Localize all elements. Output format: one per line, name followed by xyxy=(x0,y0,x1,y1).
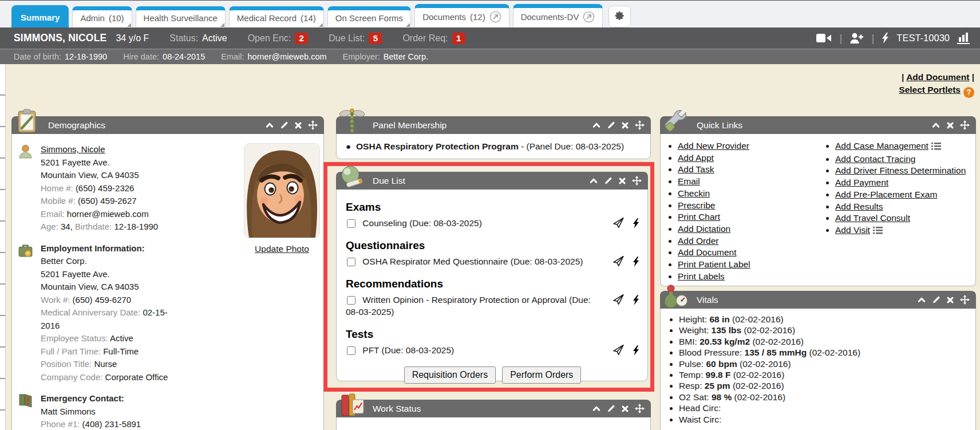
patient-photo[interactable] xyxy=(244,144,319,238)
link-add-payment[interactable]: Add Payment xyxy=(835,177,888,187)
link-print-labels[interactable]: Print Labels xyxy=(678,271,725,281)
dob-label: Date of birth: xyxy=(14,52,61,61)
due-item-checkbox[interactable] xyxy=(347,258,355,266)
perform-now-icon[interactable] xyxy=(633,218,639,228)
move-icon[interactable] xyxy=(632,176,642,186)
move-icon[interactable] xyxy=(960,295,970,305)
edit-icon[interactable] xyxy=(607,404,615,413)
link-add-visit[interactable]: Add Visit xyxy=(835,225,870,235)
link-add-document[interactable]: Add Document xyxy=(678,247,737,257)
portlet-header[interactable]: Due List xyxy=(336,172,648,190)
tab-documents[interactable]: Documents(12) xyxy=(414,4,509,27)
collapse-icon[interactable] xyxy=(931,121,941,129)
video-camera-icon[interactable] xyxy=(816,33,832,43)
tab-admin[interactable]: Admin(10) xyxy=(72,6,132,27)
tab-documents-dv[interactable]: Documents-DV xyxy=(513,4,603,27)
due-item-checkbox[interactable] xyxy=(347,219,355,228)
section-heading: Tests xyxy=(346,328,639,341)
link-add-driver-fitness[interactable]: Add Driver Fitness Determination xyxy=(835,165,966,175)
link-print-patient-label[interactable]: Print Patient Label xyxy=(678,259,750,269)
send-order-icon[interactable] xyxy=(612,256,625,267)
perform-now-icon[interactable] xyxy=(633,295,639,305)
emergency-contact-section: Emergency Contact: Matt Simmons Phone #1… xyxy=(18,392,318,430)
tab-on-screen-forms[interactable]: On Screen Forms xyxy=(327,6,411,27)
perform-orders-button[interactable]: Perform Orders xyxy=(502,366,581,384)
due-item-checkbox[interactable] xyxy=(347,346,355,355)
collapse-icon[interactable] xyxy=(589,176,598,185)
perform-now-icon[interactable] xyxy=(633,257,639,267)
requisition-orders-button[interactable]: Requisition Orders xyxy=(404,366,496,384)
link-add-appt[interactable]: Add Appt xyxy=(678,153,714,163)
tab-health-surveillance[interactable]: Health Surveillance xyxy=(136,6,226,27)
send-order-icon[interactable] xyxy=(612,345,625,356)
add-document-link[interactable]: Add Document xyxy=(906,72,969,82)
open-enc-badge[interactable]: 2 xyxy=(295,33,308,44)
close-icon[interactable] xyxy=(294,121,302,129)
move-icon[interactable] xyxy=(635,120,645,130)
vital-waist-circ: Waist Circ: xyxy=(679,414,975,425)
employer-address2: Mountain View, CA 94035 xyxy=(41,282,139,291)
list-icon xyxy=(931,142,941,152)
link-email[interactable]: Email xyxy=(678,176,700,186)
move-icon[interactable] xyxy=(960,120,970,130)
edit-icon[interactable] xyxy=(607,121,615,129)
link-add-new-provider[interactable]: Add New Provider xyxy=(678,141,749,151)
link-add-case-management[interactable]: Add Case Management xyxy=(835,141,928,151)
order-req-badge[interactable]: 1 xyxy=(452,33,465,44)
collapse-icon[interactable] xyxy=(265,121,274,129)
close-icon[interactable] xyxy=(946,296,954,304)
update-photo-link[interactable]: Update Photo xyxy=(244,244,319,254)
edit-icon[interactable] xyxy=(932,295,941,304)
portlet-header[interactable]: Work Status xyxy=(336,400,651,417)
portlet-header[interactable]: Quick Links xyxy=(660,116,976,134)
portlet-page-links: | Add Document | Select Portlets? xyxy=(899,71,974,98)
link-prescribe[interactable]: Prescribe xyxy=(678,200,715,210)
perform-now-icon[interactable] xyxy=(633,345,639,356)
due-list-badge[interactable]: 5 xyxy=(369,33,382,44)
link-add-travel-consult[interactable]: Add Travel Consult xyxy=(835,213,910,223)
left-splitter-gutter[interactable] xyxy=(0,64,6,430)
status-value: Active xyxy=(202,33,227,44)
lightning-icon[interactable] xyxy=(882,33,889,44)
select-portlets-link[interactable]: Select Portlets xyxy=(899,85,961,94)
collapse-icon[interactable] xyxy=(917,295,926,304)
edit-icon[interactable] xyxy=(280,121,289,129)
close-icon[interactable] xyxy=(621,121,629,129)
tab-medical-record[interactable]: Medical Record(14) xyxy=(229,6,324,27)
edit-icon[interactable] xyxy=(604,176,612,185)
link-add-task[interactable]: Add Task xyxy=(678,164,714,174)
patient-name-link[interactable]: Simmons, Nicole xyxy=(41,144,105,154)
help-icon[interactable]: ? xyxy=(963,87,974,98)
link-add-order[interactable]: Add Order xyxy=(678,236,719,246)
portlet-header[interactable]: Vitals xyxy=(660,291,976,309)
send-order-icon[interactable] xyxy=(612,294,625,306)
flowsheet-chart-icon[interactable] xyxy=(957,32,971,44)
collapse-icon[interactable] xyxy=(592,404,601,413)
close-icon[interactable] xyxy=(946,121,954,129)
link-add-dictation[interactable]: Add Dictation xyxy=(678,224,730,234)
move-icon[interactable] xyxy=(308,120,318,130)
close-icon[interactable] xyxy=(621,405,629,413)
link-add-pre-placement-exam[interactable]: Add Pre-Placement Exam xyxy=(835,190,937,199)
close-icon[interactable] xyxy=(618,177,626,185)
link-add-contact-tracing[interactable]: Add Contact Tracing xyxy=(835,154,915,164)
link-print-chart[interactable]: Print Chart xyxy=(678,212,720,222)
add-user-icon[interactable] xyxy=(849,33,864,44)
portlet-header[interactable]: Panel Membership xyxy=(336,116,651,134)
link-add-results[interactable]: Add Results xyxy=(835,202,883,211)
collapse-icon[interactable] xyxy=(592,121,601,129)
send-order-icon[interactable] xyxy=(612,218,625,229)
portlet-header[interactable]: Demographics xyxy=(11,116,324,134)
portlet-body: Height: 68 in (02-02-2016) Weight: 135 l… xyxy=(660,309,976,430)
popout-icon[interactable] xyxy=(583,11,595,23)
due-item-checkbox[interactable] xyxy=(347,296,355,305)
due-item: PFT (Due: 08-03-2025) xyxy=(346,344,639,357)
tab-summary[interactable]: Summary xyxy=(11,5,69,27)
move-icon[interactable] xyxy=(635,404,645,413)
vital-head-circ: Head Circ: xyxy=(679,403,975,413)
hire-date-value: 08-24-2015 xyxy=(163,52,205,61)
link-checkin[interactable]: Checkin xyxy=(678,188,710,198)
dob-value: 12-18-1990 xyxy=(65,52,107,61)
tab-settings-button[interactable] xyxy=(608,6,631,27)
popout-icon[interactable] xyxy=(489,11,501,23)
